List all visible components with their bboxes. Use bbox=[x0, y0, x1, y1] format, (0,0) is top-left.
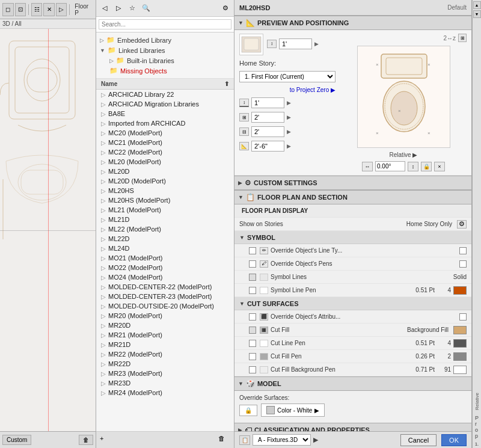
section-classification-header[interactable]: ▶ 🏷 CLASSIFICATION AND PROPERTIES bbox=[234, 423, 471, 431]
tree-item-builtin[interactable]: ▷ 📁 Built-in Libraries bbox=[100, 55, 230, 66]
list-item[interactable]: ▷MR21D bbox=[96, 340, 234, 349]
override-pens-check[interactable] bbox=[249, 260, 256, 268]
list-item[interactable]: ▷ML20D bbox=[96, 167, 234, 176]
cut-fill-pen-check[interactable] bbox=[249, 353, 256, 360]
section-custom-header[interactable]: ▶ ⚙ CUSTOM SETTINGS bbox=[234, 176, 471, 190]
close-btn[interactable]: × bbox=[434, 162, 445, 171]
list-item[interactable]: ▷ARCHICAD Migration Libraries bbox=[96, 99, 234, 109]
toolbar-btn-2[interactable]: ⊡ bbox=[15, 3, 26, 16]
list-item[interactable]: ▷ML21 (ModelPort) bbox=[96, 205, 234, 215]
show-stories-btn[interactable]: ⚙ bbox=[457, 220, 467, 229]
tree-item-missing[interactable]: 📁 Missing Objects bbox=[100, 66, 230, 76]
override-pens-check2[interactable] bbox=[459, 260, 467, 268]
relative-label[interactable]: Relative ▶ bbox=[390, 152, 418, 158]
input-field-3[interactable] bbox=[251, 112, 284, 123]
list-item[interactable]: ▷MR22 (ModelPort) bbox=[96, 349, 234, 359]
symbol-line-color[interactable] bbox=[453, 286, 467, 295]
input-arrow-4[interactable]: ▶ bbox=[287, 129, 291, 135]
list-item[interactable]: ▷MO24 (ModelPort) bbox=[96, 272, 234, 282]
tree-item-embedded[interactable]: ▷ 📁 Embedded Library bbox=[100, 35, 230, 45]
list-item[interactable]: ▷MR23D bbox=[96, 378, 234, 388]
list-item[interactable]: ▷MO21 (ModelPort) bbox=[96, 253, 234, 263]
lock-surface-btn[interactable]: 🔒 bbox=[239, 405, 257, 416]
zoom-btn[interactable]: ⊞ bbox=[458, 34, 467, 42]
list-item[interactable]: ▷MR24 (ModelPort) bbox=[96, 388, 234, 397]
trash-btn[interactable]: 🗑 bbox=[79, 435, 93, 445]
list-item[interactable]: ▷ML24D bbox=[96, 244, 234, 253]
mirror-v-btn[interactable]: ↕ bbox=[408, 162, 418, 171]
list-item[interactable]: ▷MO22 (ModelPort) bbox=[96, 263, 234, 272]
trash-library-btn[interactable]: 🗑 bbox=[218, 435, 230, 446]
cut-fill-pen-color[interactable] bbox=[453, 352, 467, 361]
list-item[interactable]: ▷MR20D bbox=[96, 321, 234, 330]
list-item[interactable]: ▷ML22 (ModelPort) bbox=[96, 224, 234, 234]
override-attrib-check2[interactable] bbox=[459, 313, 467, 321]
override-line-check[interactable] bbox=[249, 247, 256, 254]
list-item[interactable]: ▷MOLDED-OUTSIDE-20 (ModelPort) bbox=[96, 301, 234, 311]
override-line-check2[interactable] bbox=[459, 247, 467, 254]
cut-fill-check[interactable] bbox=[249, 327, 256, 334]
list-item[interactable]: ▷ARCHICAD Library 22 bbox=[96, 90, 234, 99]
list-item[interactable]: ▷ML22D bbox=[96, 234, 234, 244]
cut-surfaces-header[interactable]: ▼ CUT SURFACES bbox=[234, 297, 471, 310]
lock-btn[interactable]: 🔒 bbox=[421, 162, 432, 171]
input-field-5[interactable] bbox=[251, 141, 284, 152]
input-arrow-5[interactable]: ▶ bbox=[287, 143, 291, 149]
cut-line-pen-check[interactable] bbox=[249, 340, 256, 347]
custom-btn[interactable]: Custom bbox=[2, 435, 31, 445]
symbol-line-pen-check[interactable] bbox=[249, 287, 256, 294]
list-item[interactable]: ▷MC21 (ModelPort) bbox=[96, 138, 234, 147]
list-item[interactable]: ▷ML20HS bbox=[96, 186, 234, 195]
lib-nav-fwd[interactable]: ▷ bbox=[112, 3, 124, 14]
add-library-btn[interactable]: + bbox=[100, 435, 112, 446]
height-arrow[interactable]: ▶ bbox=[314, 41, 319, 47]
cut-fill-bg-check[interactable] bbox=[249, 366, 256, 373]
override-attrib-check[interactable] bbox=[249, 313, 256, 321]
list-item[interactable]: ▷ML21D bbox=[96, 215, 234, 224]
list-item[interactable]: ▷MR20 (ModelPort) bbox=[96, 311, 234, 321]
tree-item-linked[interactable]: ▼ 📁 Linked Libraries bbox=[100, 45, 230, 55]
input-field-4[interactable] bbox=[251, 126, 284, 137]
project-zero-link[interactable]: to Project Zero ▶ bbox=[290, 87, 335, 93]
list-item[interactable]: ▷ML20 (ModelPort) bbox=[96, 157, 234, 167]
list-item[interactable]: ▷MR22D bbox=[96, 359, 234, 369]
input-field-2[interactable] bbox=[251, 97, 284, 108]
list-item[interactable]: ▷MOLDED-CENTER-22 (ModelPort) bbox=[96, 282, 234, 292]
toolbar-btn-3[interactable]: ☷ bbox=[31, 3, 43, 16]
list-item[interactable]: ▷ML20HS (ModelPort) bbox=[96, 195, 234, 205]
cut-line-color[interactable] bbox=[453, 339, 467, 348]
cut-fill-color[interactable] bbox=[453, 326, 467, 334]
surface-select-btn[interactable]: Color - White ▶ bbox=[261, 404, 325, 417]
list-item[interactable]: ▷ML20D (ModelPort) bbox=[96, 176, 234, 186]
list-item[interactable]: ▷MR21 (ModelPort) bbox=[96, 330, 234, 340]
toolbar-btn-5[interactable]: ▷ bbox=[56, 3, 67, 16]
lib-settings[interactable]: ⚙ bbox=[219, 3, 231, 14]
rotation-input[interactable] bbox=[375, 161, 405, 171]
lib-star[interactable]: ☆ bbox=[126, 3, 138, 14]
dropdown-arrow[interactable]: ▶ bbox=[313, 436, 318, 444]
symbol-lines-check[interactable] bbox=[249, 274, 256, 281]
section-floorplan-header[interactable]: ▼ 📋 FLOOR PLAN AND SECTION bbox=[234, 190, 471, 204]
home-story-select[interactable]: 1. First Floor (Current) bbox=[239, 71, 335, 82]
library-list-scroll[interactable]: ▷ARCHICAD Library 22 ▷ARCHICAD Migration… bbox=[96, 90, 234, 431]
toolbar-btn-4[interactable]: ✕ bbox=[43, 3, 55, 16]
mirror-h-btn[interactable]: ↔ bbox=[362, 162, 373, 171]
ok-button[interactable]: OK bbox=[441, 434, 467, 446]
input-arrow-2[interactable]: ▶ bbox=[287, 100, 291, 106]
lib-nav-back[interactable]: ◁ bbox=[99, 3, 111, 14]
search-input[interactable] bbox=[99, 19, 231, 29]
height-input[interactable] bbox=[279, 38, 312, 49]
floor-plan-icon-btn[interactable]: 📋 bbox=[239, 435, 250, 445]
section-preview-header[interactable]: ▼ 📐 PREVIEW AND POSITIONING bbox=[234, 16, 471, 30]
cut-fill-bg-color[interactable] bbox=[453, 366, 467, 374]
cancel-button[interactable]: Cancel bbox=[400, 434, 437, 446]
input-arrow-3[interactable]: ▶ bbox=[287, 114, 291, 120]
fr-btn-2[interactable]: ▼ bbox=[473, 10, 481, 18]
list-item[interactable]: ▷MOLDED-CENTER-23 (ModelPort) bbox=[96, 292, 234, 301]
list-item[interactable]: ▷Imported from ARCHICAD bbox=[96, 118, 234, 128]
list-item[interactable]: ▷MC22 (ModelPort) bbox=[96, 147, 234, 157]
section-model-header[interactable]: ▼ 🎲 MODEL bbox=[234, 376, 471, 391]
lib-search-btn[interactable]: 🔍 bbox=[140, 3, 152, 14]
fr-btn-1[interactable]: ▲ bbox=[473, 1, 481, 9]
toolbar-btn-1[interactable]: ◻ bbox=[2, 3, 14, 16]
